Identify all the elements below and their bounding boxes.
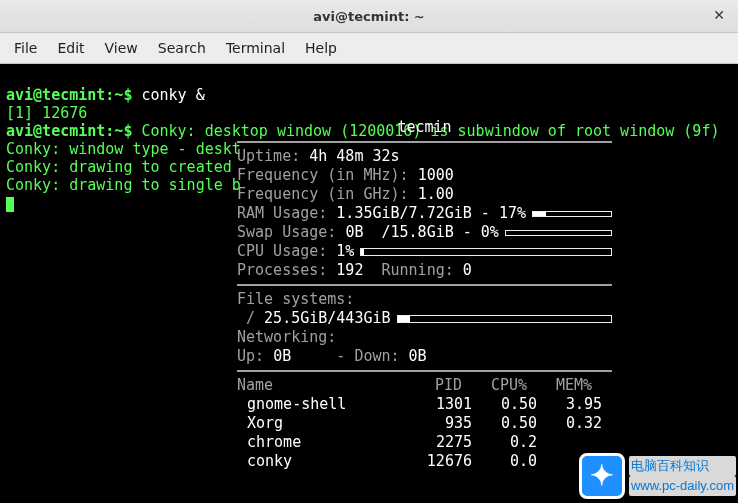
label-freq-mhz: Frequency (in MHz): [237,166,418,184]
close-button[interactable]: ✕ [710,6,728,24]
proc-cpu: 0.50 [472,395,537,414]
row-networking-title: Networking: [237,328,612,347]
proc-mem: 0.32 [537,414,602,433]
terminal-area[interactable]: avi@tecmint:~$ conky & [1] 12676 avi@tec… [0,64,738,503]
proc-cpu: 0.50 [472,414,537,433]
row-cpu: CPU Usage: 1% [237,242,612,261]
col-mem: MEM% [527,376,592,395]
swap-bar [505,230,612,236]
conky-msg: Conky: drawing to created [6,158,241,176]
label-freq-ghz: Frequency (in GHz): [237,185,418,203]
fs-root-bar [397,315,612,323]
proc-pid: 12676 [407,452,472,471]
divider [237,141,612,143]
col-name: Name [237,376,397,395]
value-freq-ghz: 1.00 [418,185,454,203]
table-row: chrome22750.2 [237,433,612,452]
label-root: / [237,309,264,327]
value-net-down: 0B [409,347,427,365]
watermark-text1: 电脑百科知识 [629,456,736,476]
divider [237,370,612,372]
value-net-up: 0B [273,347,291,365]
divider [237,284,612,286]
watermark-icon: ✦ [579,453,625,499]
process-table: Name PID CPU% MEM% gnome-shell13010.503.… [237,376,612,471]
row-ram: RAM Usage: 1.35GiB/7.72GiB - 17% [237,204,612,223]
conky-hostname: tecmin [237,118,612,137]
command: conky & [141,86,204,104]
proc-mem: 3.95 [537,395,602,414]
label-swap: Swap Usage: [237,223,345,241]
row-uptime: Uptime: 4h 48m 32s [237,147,612,166]
conky-msg: Conky: window type - deskt [6,140,241,158]
row-swap: Swap Usage: 0B /15.8GiB - 0% [237,223,612,242]
close-icon: ✕ [713,7,725,23]
row-freq-ghz: Frequency (in GHz): 1.00 [237,185,612,204]
menu-file[interactable]: File [4,36,47,60]
label-networking: Networking: [237,328,336,347]
proc-name: gnome-shell [237,395,407,414]
menu-view[interactable]: View [95,36,148,60]
row-net: Up: 0B - Down: 0B [237,347,612,366]
watermark-glyph: ✦ [590,467,613,485]
menu-help[interactable]: Help [295,36,347,60]
window-title: avi@tecmint: ~ [313,9,425,24]
label-cpu: CPU Usage: [237,242,336,260]
row-filesystems-title: File systems: [237,290,612,309]
label-ram: RAM Usage: [237,204,336,222]
conky-msg: Conky: drawing to single b [6,176,241,194]
proc-cpu: 0.2 [472,433,537,452]
proc-pid: 1301 [407,395,472,414]
row-processes: Processes: 192 Running: 0 [237,261,612,280]
proc-mem [537,433,602,452]
menu-edit[interactable]: Edit [47,36,94,60]
job-line: [1] 12676 [6,104,87,122]
menu-terminal[interactable]: Terminal [216,36,295,60]
label-filesystems: File systems: [237,290,354,309]
process-table-header: Name PID CPU% MEM% [237,376,612,395]
col-pid: PID [397,376,462,395]
label-running: Running: [363,261,462,279]
ram-bar [532,211,612,217]
cpu-bar [360,248,612,256]
value-swap: 0B /15.8GiB - 0% [345,223,499,241]
table-row: Xorg9350.500.32 [237,414,612,433]
prompt: avi@tecmint:~$ [6,122,141,140]
proc-name: Xorg [237,414,407,433]
watermark-text2: www.pc-daily.com [629,476,736,496]
prompt: avi@tecmint:~$ [6,86,141,104]
value-freq-mhz: 1000 [418,166,454,184]
value-cpu: 1% [336,242,354,260]
label-down: - Down: [327,347,408,365]
value-ram: 1.35GiB/7.72GiB - 17% [336,204,526,222]
terminal-window: avi@tecmint: ~ ✕ File Edit View Search T… [0,0,738,503]
table-row: conky126760.0 [237,452,612,471]
col-cpu: CPU% [462,376,527,395]
watermark: ✦ 电脑百科知识 www.pc-daily.com [579,453,736,499]
menu-search[interactable]: Search [148,36,216,60]
table-row: gnome-shell13010.503.95 [237,395,612,414]
cursor [6,197,14,212]
label-uptime: Uptime: [237,147,309,165]
proc-name: conky [237,452,407,471]
proc-cpu: 0.0 [472,452,537,471]
label-processes: Processes: [237,261,336,279]
label-up: Up: [237,347,273,365]
proc-pid: 2275 [407,433,472,452]
menubar: File Edit View Search Terminal Help [0,33,738,64]
proc-pid: 935 [407,414,472,433]
titlebar: avi@tecmint: ~ ✕ [0,0,738,33]
conky-overlay: tecmin Uptime: 4h 48m 32s Frequency (in … [237,118,612,471]
proc-name: chrome [237,433,407,452]
value-fs-root: 25.5GiB/443GiB [264,309,390,327]
value-running: 0 [463,261,472,279]
row-freq-mhz: Frequency (in MHz): 1000 [237,166,612,185]
value-processes: 192 [336,261,363,279]
row-fs-root: / 25.5GiB/443GiB [237,309,612,328]
value-uptime: 4h 48m 32s [309,147,399,165]
